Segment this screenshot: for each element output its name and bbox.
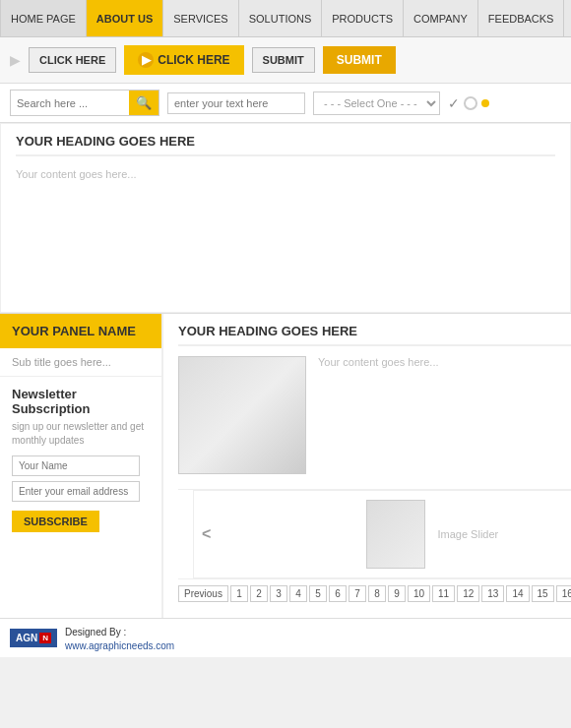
panel-subtitle: Sub title goes here...: [0, 348, 161, 376]
search-box: 🔍: [10, 90, 159, 116]
page-9[interactable]: 9: [388, 585, 406, 602]
right-panel-heading: YOUR HEADING GOES HERE: [178, 324, 571, 346]
footer: AGN N Designed By : www.agraphicneeds.co…: [0, 618, 571, 657]
circle-filled-icon: [481, 99, 489, 107]
footer-logo-text: AGN: [16, 633, 37, 643]
page-14[interactable]: 14: [506, 585, 529, 602]
navbar: HOME PAGE ABOUT US SERVICES SOLUTIONS PR…: [0, 0, 571, 37]
nav-item-products[interactable]: PRODUCTS: [322, 0, 404, 36]
main-content-area: YOUR HEADING GOES HERE Your content goes…: [0, 123, 571, 313]
select-dropdown[interactable]: - - - Select One - - - Option 1 Option 2…: [313, 91, 440, 115]
main-heading: YOUR HEADING GOES HERE: [16, 134, 555, 156]
page-15[interactable]: 15: [532, 585, 554, 602]
page-13[interactable]: 13: [481, 585, 504, 602]
slider-section: < Image Slider >: [178, 489, 571, 578]
lower-section: YOUR PANEL NAME Sub title goes here... N…: [0, 314, 571, 618]
subscribe-button[interactable]: SUBSCRIBE: [12, 511, 99, 532]
page-6[interactable]: 6: [329, 585, 347, 602]
arrow-icon-yellow: ▶: [138, 52, 154, 68]
slider-box: < Image Slider >: [193, 490, 571, 578]
click-here-plain-button[interactable]: CLICK HERE: [29, 47, 116, 73]
slider-prev-button[interactable]: <: [194, 525, 219, 543]
footer-url[interactable]: www.agraphicneeds.com: [65, 640, 174, 651]
page-2[interactable]: 2: [250, 585, 268, 602]
toolbar-icons: ✓: [448, 95, 489, 111]
search-icon: 🔍: [136, 95, 152, 110]
right-panel-content: Your content goes here...: [178, 356, 571, 474]
nav-item-services[interactable]: SERVICES: [163, 0, 238, 36]
page-11[interactable]: 11: [432, 585, 455, 602]
newsletter-title: Newsletter Subscription: [12, 387, 150, 416]
search-input[interactable]: [11, 93, 129, 113]
submit-plain-button[interactable]: SUBMIT: [252, 47, 315, 73]
click-here-yellow-button[interactable]: ▶ CLICK HERE: [124, 45, 243, 75]
page-12[interactable]: 12: [457, 585, 479, 602]
footer-info: Designed By : www.agraphicneeds.com: [65, 625, 174, 652]
panel-image-placeholder: [178, 356, 306, 474]
footer-logo-sub: N: [39, 633, 51, 643]
left-panel: YOUR PANEL NAME Sub title goes here... N…: [0, 314, 162, 618]
nav-item-company[interactable]: COMPANY: [404, 0, 478, 36]
main-content: Your content goes here...: [16, 164, 555, 302]
nav-item-homepage[interactable]: HOME PAGE: [0, 0, 87, 36]
footer-logo: AGN N: [10, 629, 57, 647]
page-1[interactable]: 1: [230, 585, 248, 602]
pagination-prev[interactable]: Previous: [178, 585, 228, 602]
nav-item-feedbacks[interactable]: FEEDBACKS: [478, 0, 565, 36]
pagination: Previous 1 2 3 4 5 6 7 8 9 10 11 12 13 1…: [178, 578, 571, 608]
newsletter-email-input[interactable]: [12, 481, 140, 502]
buttons-row: ▶ CLICK HERE ▶ CLICK HERE SUBMIT SUBMIT: [0, 37, 571, 84]
page-8[interactable]: 8: [368, 585, 386, 602]
text-input[interactable]: [167, 92, 305, 114]
page-16[interactable]: 16: [556, 585, 571, 602]
panel-name-heading: YOUR PANEL NAME: [0, 314, 161, 348]
footer-designed-by: Designed By :: [65, 627, 126, 637]
nav-item-solutions[interactable]: SOLUTIONS: [239, 0, 323, 36]
slider-image: [366, 500, 425, 569]
newsletter-name-input[interactable]: [12, 455, 140, 476]
slider-label: Image Slider: [437, 528, 498, 540]
nav-item-ourteam[interactable]: OUR TEAM: [564, 0, 571, 36]
newsletter-description: sign up our newsletter and get monthly u…: [12, 420, 150, 448]
submit-yellow-button[interactable]: SUBMIT: [323, 46, 396, 74]
panel-text: Your content goes here...: [318, 356, 439, 474]
arrow-icon: ▶: [10, 52, 21, 68]
click-here-label: CLICK HERE: [158, 53, 229, 67]
toolbar: 🔍 - - - Select One - - - Option 1 Option…: [0, 84, 571, 123]
page-4[interactable]: 4: [289, 585, 307, 602]
check-icon: ✓: [448, 95, 460, 111]
circle-empty-icon: [464, 96, 477, 110]
page-5[interactable]: 5: [309, 585, 327, 602]
newsletter-section: Newsletter Subscription sign up our news…: [0, 376, 161, 542]
page-10[interactable]: 10: [408, 585, 430, 602]
right-panel: YOUR HEADING GOES HERE Your content goes…: [162, 314, 571, 618]
page-3[interactable]: 3: [270, 585, 287, 602]
page-7[interactable]: 7: [349, 585, 366, 602]
nav-item-aboutus[interactable]: ABOUT US: [87, 0, 163, 36]
search-button[interactable]: 🔍: [129, 91, 159, 115]
slider-content: Image Slider: [219, 500, 571, 569]
